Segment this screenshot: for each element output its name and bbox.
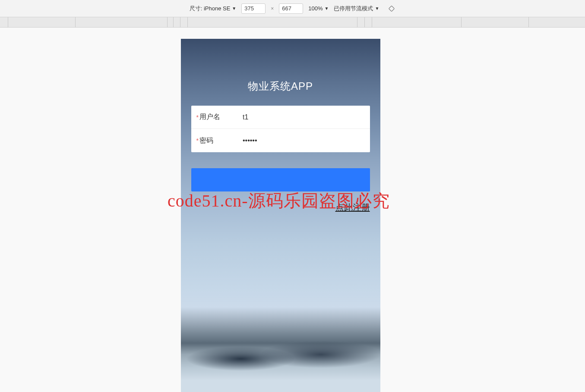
password-row: * 密码 (191, 129, 370, 152)
app-title: 物业系统APP (181, 79, 380, 93)
width-input[interactable] (241, 3, 266, 14)
throttle-label: 已停用节流模式 (334, 5, 373, 13)
zoom-value: 100% (308, 5, 323, 12)
watermark-text: code51.cn-源码乐园盗图必究 (168, 189, 390, 213)
required-mark: * (196, 137, 199, 144)
required-mark: * (196, 114, 199, 121)
username-label: 用户名 (199, 113, 243, 122)
password-input[interactable] (243, 137, 365, 144)
device-size-label: 尺寸: iPhone SE (190, 5, 231, 13)
svg-rect-0 (389, 6, 395, 11)
chevron-down-icon: ▼ (325, 6, 329, 11)
login-form: * 用户名 * 密码 (191, 106, 370, 152)
zoom-selector[interactable]: 100% ▼ (308, 5, 329, 12)
throttle-selector[interactable]: 已停用节流模式 ▼ (334, 5, 379, 13)
username-row: * 用户名 (191, 106, 370, 129)
device-frame: 物业系统APP * 用户名 * 密码 点此注册 (181, 39, 380, 392)
chevron-down-icon: ▼ (232, 6, 236, 11)
device-size-selector[interactable]: 尺寸: iPhone SE ▼ (190, 5, 237, 13)
devtools-toolbar: 尺寸: iPhone SE ▼ × 100% ▼ 已停用节流模式 ▼ (0, 0, 585, 17)
tab-strip (0, 17, 585, 28)
dimension-separator: × (271, 6, 274, 12)
password-label: 密码 (199, 136, 243, 145)
login-button[interactable] (191, 168, 370, 191)
username-input[interactable] (243, 113, 365, 121)
rotate-icon[interactable] (388, 5, 395, 13)
chevron-down-icon: ▼ (375, 6, 379, 11)
height-input[interactable] (279, 3, 303, 14)
